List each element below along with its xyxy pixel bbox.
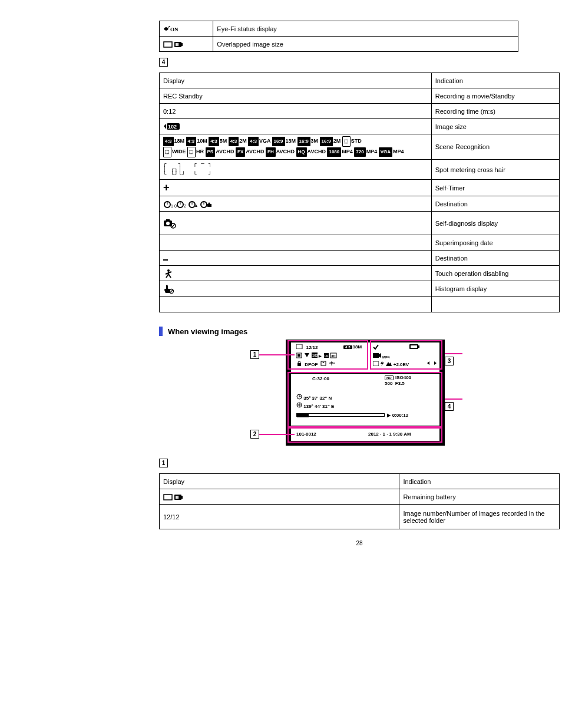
table-row: 102 Image size [160, 119, 560, 134]
memory-card-battery-icon [163, 40, 186, 48]
header-indication: Indication [399, 474, 560, 489]
table-row: ON Eye-Fi status display [160, 21, 518, 37]
svg-text:2: 2 [184, 204, 187, 208]
header-indication: Indication [431, 73, 559, 88]
callout-label-2: 2 [250, 430, 259, 439]
header-display: Display [160, 474, 399, 489]
camera-prohibit-icon [163, 218, 177, 229]
section-marker-icon [159, 327, 163, 336]
table-row: + Self-Timer [160, 180, 560, 196]
image-size-chips: 4:318M 4:310M 4:35M 4:32M 4:3VGA 16:913M… [163, 136, 428, 157]
svg-rect-43 [164, 495, 172, 500]
desc-cell: Eye-Fi status display [213, 21, 518, 37]
svg-rect-3 [181, 43, 183, 46]
svg-rect-45 [181, 496, 183, 499]
walking-person-icon [163, 269, 174, 278]
table-row: 12/12 Image number/Number of images reco… [160, 505, 560, 529]
callout-region-3 [370, 340, 442, 370]
top-table: ON Eye-Fi status display Overlapped imag… [159, 21, 518, 52]
svg-rect-47 [177, 496, 178, 499]
header-display: Display [160, 73, 432, 88]
callout-label-1: 1 [250, 350, 259, 359]
section-anchor-1: 1 [159, 459, 168, 467]
table-row: Superimposing date [160, 235, 560, 251]
section-anchor-4: 4 [159, 58, 168, 67]
callout-label-3: 3 [445, 357, 454, 365]
table-row: 4:318M 4:310M 4:35M 4:32M 4:3VGA 16:913M… [160, 134, 560, 160]
viewing-screen-diagram: 12/12 4:318M 102 ▶ ULL3D DPOF [250, 340, 468, 447]
date-badge-icon [163, 259, 168, 261]
table-row [160, 297, 560, 312]
svg-rect-14 [207, 204, 211, 207]
eye-af-on-icon: ON [163, 25, 183, 33]
svg-rect-46 [176, 496, 177, 499]
desc-cell: Overlapped image size [213, 37, 518, 52]
table-row: ┌ ┐ ┌ ─ ┐ │ ┌┐│ └ └┘└┘ └ ┘ Spot metering… [160, 160, 560, 180]
page-number: 28 [159, 540, 560, 546]
svg-rect-1 [164, 42, 172, 47]
svg-text:102: 102 [168, 124, 177, 130]
icon-cell-eye-af: ON [160, 21, 213, 37]
callout-region-1 [287, 340, 368, 370]
svg-rect-4 [176, 43, 177, 46]
memory-card-battery-icon [163, 493, 186, 501]
table-row: Histogram display [160, 281, 560, 297]
table-row: Touch operation disabling [160, 266, 560, 281]
table-row: Self-diagnosis display [160, 212, 560, 235]
disp-on-off-icon [163, 298, 428, 310]
icon-cell-memory-battery [160, 37, 213, 52]
table-row: Remaining battery [160, 489, 560, 505]
table-row: Destination [160, 251, 560, 266]
spot-cross-icon: + [163, 182, 170, 193]
folder-102-icon: 102 [163, 123, 181, 130]
svg-line-22 [170, 289, 173, 292]
scene-recognition-frames-icon: ┌ ┐ ┌ ─ ┐ │ ┌┐│ └ └┘└┘ └ ┘ [163, 162, 428, 177]
svg-point-16 [166, 222, 170, 225]
table-row: Overlapped image size [160, 37, 518, 52]
touch-disable-icon [163, 284, 175, 294]
svg-rect-17 [166, 219, 170, 221]
callout-label-4: 4 [445, 402, 454, 411]
callout-region-4 [287, 372, 442, 427]
svg-point-20 [167, 269, 170, 272]
svg-rect-5 [177, 43, 178, 46]
section-title: When viewing images [168, 327, 247, 336]
main-table: Display Indication REC StandbyRecording … [159, 73, 560, 312]
table-row: 0:12Recording time (m:s) [160, 104, 560, 119]
self-timer-icons: 10 2 [163, 199, 222, 207]
bottom-table: Display Indication Remaining battery 12/… [159, 473, 560, 529]
table-row: 10 2 Destination [160, 196, 560, 212]
callout-region-2 [287, 427, 442, 443]
svg-text:ON: ON [170, 27, 178, 32]
table-row: REC StandbyRecording a movie/Standby [160, 88, 560, 104]
